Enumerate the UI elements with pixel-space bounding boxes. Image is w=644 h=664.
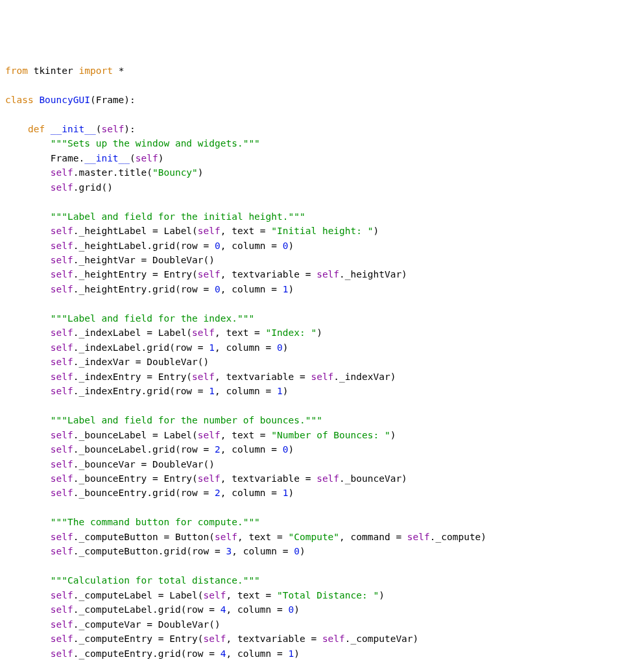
code-token: self	[51, 459, 73, 469]
code-token: self	[316, 269, 339, 279]
code-token: , command =	[339, 532, 407, 542]
code-token: "Index: "	[266, 327, 317, 338]
code-token: , column =	[221, 444, 283, 455]
code-token	[5, 124, 28, 134]
code-token: self	[198, 226, 221, 236]
code-token: .grid()	[73, 182, 113, 193]
code-token: "Initial height: "	[271, 226, 373, 236]
code-token: , column =	[226, 648, 288, 659]
code-token: self	[51, 372, 73, 382]
code-token: , textvariable =	[215, 372, 311, 382]
code-token: self	[322, 634, 345, 644]
code-token	[5, 634, 51, 644]
code-token: import	[79, 65, 113, 76]
code-token: , column =	[221, 241, 283, 251]
code-token: ._computeEntry = Entry(	[73, 634, 204, 644]
code-token: self	[51, 342, 73, 353]
code-token: )	[283, 342, 289, 353]
code-token: 1	[283, 488, 289, 498]
code-token: ._computeVar)	[345, 634, 419, 644]
code-token: "Bouncy"	[152, 167, 198, 178]
code-token: ._bounceLabel = Label(	[73, 430, 198, 440]
code-token: self	[51, 284, 73, 294]
code-token	[5, 167, 51, 178]
code-token	[5, 372, 51, 382]
code-token: self	[51, 167, 73, 178]
code-token	[5, 255, 51, 265]
code-token: ._heightLabel = Label(	[73, 226, 198, 236]
code-token: self	[51, 532, 73, 542]
code-token: )	[289, 241, 294, 251]
code-token: .master.title(	[73, 167, 152, 178]
code-token	[28, 65, 34, 76]
code-token: )	[289, 488, 294, 498]
code-token: )	[283, 386, 289, 396]
code-token	[5, 590, 51, 600]
code-token: , text =	[215, 327, 266, 338]
code-token: 1	[277, 386, 283, 396]
code-token: , textvariable =	[226, 634, 322, 644]
code-token: self	[198, 430, 221, 440]
code-token	[5, 211, 51, 222]
code-token: __init__	[84, 153, 130, 163]
code-token	[5, 327, 51, 338]
code-token: ._indexLabel.grid(row =	[73, 342, 209, 353]
code-token: self	[51, 255, 73, 265]
code-token: 2	[215, 488, 221, 498]
code-token	[5, 226, 51, 236]
code-token: , text =	[237, 532, 289, 542]
code-token: )	[158, 153, 164, 163]
code-token: self	[51, 357, 73, 367]
code-token: , column =	[215, 386, 277, 396]
code-token	[5, 546, 51, 556]
code-token: ._bounceLabel.grid(row =	[73, 444, 215, 455]
code-token	[5, 241, 51, 251]
code-token: ._indexLabel = Label(	[73, 327, 192, 338]
code-token	[5, 604, 51, 615]
code-token: class	[5, 95, 34, 105]
code-token: ._computeLabel.grid(row =	[73, 604, 221, 615]
code-token: self	[51, 182, 73, 193]
code-token	[5, 182, 51, 193]
code-token: 2	[215, 444, 221, 455]
code-token: 0	[283, 444, 289, 455]
code-token: """Calculation for total distance."""	[51, 575, 260, 586]
code-token: )	[390, 430, 396, 440]
code-token: )	[289, 444, 294, 455]
code-token	[5, 269, 51, 279]
code-token: ._computeVar = DoubleVar()	[73, 619, 221, 630]
code-token: ._bounceVar = DoubleVar()	[73, 459, 215, 469]
code-token: *	[119, 65, 125, 76]
code-token: ._computeButton = Button(	[73, 532, 215, 542]
code-token: self	[51, 241, 73, 251]
code-token: ._compute)	[430, 532, 486, 542]
code-token: self	[51, 430, 73, 440]
code-token	[5, 357, 51, 367]
code-token: 1	[289, 648, 294, 659]
code-token: )	[289, 284, 294, 294]
code-token: self	[51, 619, 73, 630]
code-token: self	[204, 590, 226, 600]
code-token: ._computeEntry.grid(row =	[73, 648, 221, 659]
code-token: self	[51, 590, 73, 600]
code-token: , column =	[221, 488, 283, 498]
code-token	[5, 488, 51, 498]
code-token: 1	[209, 342, 215, 353]
code-token: BouncyGUI	[39, 95, 90, 105]
code-token: (	[130, 153, 136, 163]
code-token: )	[300, 546, 305, 556]
code-token: self	[215, 532, 237, 542]
code-token: self	[51, 634, 73, 644]
code-token	[113, 65, 119, 76]
code-token: self	[51, 226, 73, 236]
code-token: , text =	[221, 430, 272, 440]
code-token: ):	[124, 124, 135, 134]
code-token: , text =	[221, 226, 272, 236]
code-token: self	[316, 473, 339, 484]
code-token: ._bounceEntry = Entry(	[73, 473, 198, 484]
code-token: ._indexVar)	[333, 372, 396, 382]
code-token	[45, 124, 51, 134]
code-token: """The command button for compute."""	[51, 517, 260, 527]
code-token: self	[311, 372, 333, 382]
code-token: 0	[215, 241, 221, 251]
